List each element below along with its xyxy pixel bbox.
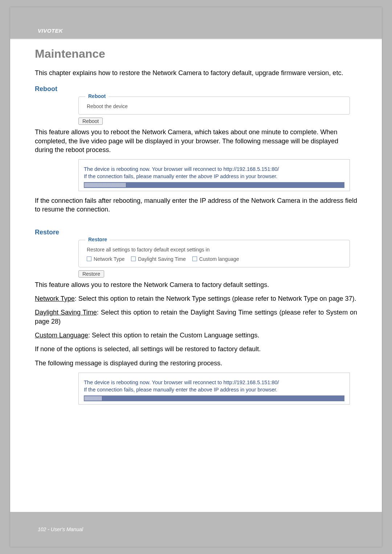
intro-paragraph: This chapter explains how to restore the… xyxy=(35,69,357,77)
reboot-msg-line2: If the connection fails, please manually… xyxy=(84,173,344,179)
reboot-message-box: The device is rebooting now. Your browse… xyxy=(78,159,350,191)
daylight-saving-label: Daylight Saving Time xyxy=(138,256,186,262)
reboot-fieldset: Reboot Reboot the device xyxy=(78,97,350,115)
network-type-checkbox[interactable]: Network Type xyxy=(87,256,124,262)
restore-progress-bar xyxy=(84,395,344,401)
restore-fieldset: Restore Restore all settings to factory … xyxy=(78,240,350,267)
restore-fieldset-text: Restore all settings to factory default … xyxy=(87,247,343,253)
reboot-description: This feature allows you to reboot the Ne… xyxy=(35,128,357,154)
progress-ticks xyxy=(85,396,104,401)
reboot-progress-bar xyxy=(84,182,344,188)
network-type-paragraph: Network Type: Select this option to reta… xyxy=(35,294,357,303)
restore-button[interactable]: Restore xyxy=(78,270,104,278)
restore-msg-line1: The device is rebooting now. Your browse… xyxy=(84,379,344,385)
dst-term: Daylight Saving Time xyxy=(35,309,97,316)
restore-description: This feature allows you to restore the N… xyxy=(35,280,357,289)
brand-label: VIVOTEK xyxy=(38,28,63,34)
reboot-heading: Reboot xyxy=(35,85,357,93)
progress-ticks xyxy=(85,183,130,187)
network-type-label: Network Type xyxy=(94,256,124,262)
custom-language-paragraph: Custom Language: Select this option to r… xyxy=(35,331,357,340)
reboot-legend: Reboot xyxy=(85,93,109,99)
header-divider xyxy=(10,38,382,39)
page-title: Maintenance xyxy=(35,47,357,61)
reboot-fieldset-text: Reboot the device xyxy=(87,103,343,109)
network-type-term: Network Type xyxy=(35,295,75,302)
custom-language-checkbox[interactable]: Custom language xyxy=(192,256,239,262)
document-page: VIVOTEK Maintenance This chapter explain… xyxy=(10,7,382,547)
footer-text: 102 - User's Manual xyxy=(38,526,83,532)
custom-language-label: Custom language xyxy=(199,256,239,262)
restore-none-text: If none of the options is selected, all … xyxy=(35,345,357,353)
restore-legend: Restore xyxy=(85,237,110,242)
restore-options-row: Network Type Daylight Saving Time Custom… xyxy=(87,256,343,262)
restore-following-text: The following message is displayed durin… xyxy=(35,359,357,368)
checkbox-box-icon xyxy=(131,257,136,261)
reboot-msg-line1: The device is rebooting now. Your browse… xyxy=(84,166,344,172)
reboot-button[interactable]: Reboot xyxy=(78,118,103,125)
restore-message-box: The device is rebooting now. Your browse… xyxy=(78,373,350,405)
custom-language-term: Custom Language xyxy=(35,332,88,339)
restore-heading: Restore xyxy=(35,229,357,236)
custom-language-text: : Select this option to retain the Custo… xyxy=(88,332,259,339)
header-background xyxy=(10,7,382,38)
page-content: Maintenance This chapter explains how to… xyxy=(35,47,357,410)
checkbox-box-icon xyxy=(87,257,91,261)
daylight-saving-checkbox[interactable]: Daylight Saving Time xyxy=(131,256,186,262)
restore-msg-line2: If the connection fails, please manually… xyxy=(84,387,344,393)
network-type-text: : Select this option to retain the Netwo… xyxy=(75,295,356,302)
checkbox-box-icon xyxy=(192,257,197,261)
dst-paragraph: Daylight Saving Time: Select this option… xyxy=(35,308,357,326)
reboot-after-text: If the connection fails after rebooting,… xyxy=(35,196,357,214)
